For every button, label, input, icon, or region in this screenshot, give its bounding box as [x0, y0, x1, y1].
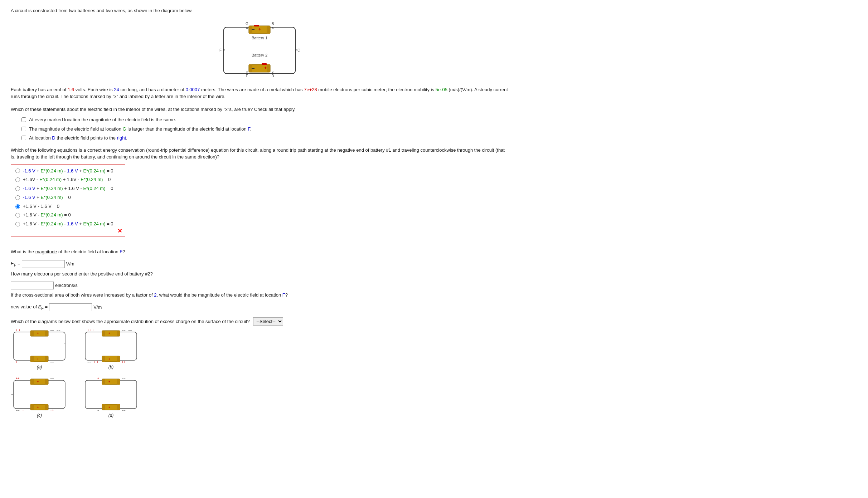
svg-text:−: − — [97, 409, 99, 411]
svg-rect-32 — [45, 356, 48, 362]
q2-option3: -1.6 V + E*(0.24 m) + 1.6 V - E*(0.24 m)… — [15, 185, 121, 192]
diagram-d: + + + −− − −− (d) — [82, 377, 140, 411]
svg-text:G: G — [246, 22, 248, 26]
svg-rect-61 — [30, 379, 34, 385]
diagram-a: + + + + −− −− + −− + − (a) — [11, 329, 68, 363]
q1-option1-label: At every marked location the magnitude o… — [29, 116, 176, 123]
q3-electrons-question: How many electrons per second enter the … — [11, 270, 508, 278]
mobility-value: 5e-05 — [436, 87, 447, 92]
diagram-row1: + + + + −− −− + −− + − (a) — [11, 329, 508, 363]
q2-option2-label: +1.6V - E*(0.24 m) + 1.6V - E*(0.24 m) =… — [23, 176, 111, 184]
mobile-electrons: 7e+28 — [304, 87, 317, 92]
q2-option1: -1.6 V + E*(0.24 m) - 1.6 V + E*(0.24 m)… — [15, 167, 121, 175]
q1-checkbox1[interactable] — [21, 117, 26, 122]
svg-text:+: + — [16, 360, 18, 363]
q1-checkbox3[interactable] — [21, 136, 26, 140]
svg-rect-27 — [30, 331, 34, 336]
svg-text:F: F — [219, 48, 222, 52]
svg-rect-45 — [117, 331, 120, 336]
q2-radio-group: -1.6 V + E*(0.24 m) - 1.6 V + E*(0.24 m)… — [11, 164, 125, 237]
diagram-c: + + ++ −− −− ++ + − (c) — [11, 377, 68, 411]
svg-text:×: × — [246, 26, 248, 30]
question2-block: Which of the following equations is a co… — [11, 147, 508, 244]
svg-text:−−: −− — [50, 377, 54, 380]
svg-text:+: + — [22, 409, 24, 411]
svg-text:+: + — [37, 332, 39, 335]
svg-rect-28 — [45, 331, 48, 336]
q1-option1: At every marked location the magnitude o… — [21, 116, 508, 123]
q2-radio4[interactable] — [15, 195, 20, 200]
diagram-row2: + + ++ −− −− ++ + − (c) + — [11, 377, 508, 411]
q2-option4: -1.6 V + E*(0.24 m) = 0 — [15, 194, 121, 201]
electrons-unit: electrons/s — [55, 281, 78, 290]
svg-text:+: + — [16, 329, 18, 332]
q2-radio3[interactable] — [15, 186, 20, 191]
svg-text:+: + — [37, 357, 39, 361]
circuit-diagram-container: + Battery 1 Battery 2 + G × B × F × C × — [11, 21, 508, 80]
ef-answer-row: EF = V/m — [11, 259, 508, 269]
svg-text:+: + — [94, 360, 96, 363]
svg-text:+: + — [37, 380, 39, 384]
svg-text:++: ++ — [16, 377, 20, 380]
battery2-label: Battery 2 — [252, 53, 267, 57]
q2-option3-label: -1.6 V + E*(0.24 m) + 1.6 V - E*(0.24 m)… — [23, 185, 113, 192]
svg-text:+: + — [108, 380, 110, 384]
q2-radio1[interactable] — [15, 169, 20, 173]
q2-option2: +1.6V - E*(0.24 m) + 1.6V - E*(0.24 m) =… — [15, 176, 121, 184]
ef-input[interactable] — [22, 260, 65, 268]
q2-radio5[interactable] — [15, 204, 20, 209]
question1-block: Which of these statements about the elec… — [11, 106, 508, 142]
svg-rect-2 — [254, 25, 259, 26]
svg-text:×: × — [295, 48, 297, 52]
new-ef-label: new value of EF = — [11, 302, 48, 312]
electrons-answer-row: electrons/s — [11, 281, 508, 290]
intro-text: A circuit is constructed from two batter… — [11, 7, 508, 14]
svg-rect-65 — [30, 404, 34, 410]
svg-rect-66 — [45, 404, 48, 410]
svg-text:E: E — [246, 74, 248, 78]
svg-rect-44 — [102, 331, 105, 336]
svg-text:D: D — [271, 74, 274, 78]
svg-text:++: ++ — [90, 329, 94, 332]
svg-text:−−: −− — [16, 409, 20, 411]
svg-text:+: + — [108, 357, 110, 361]
q2-radio6[interactable] — [15, 213, 20, 218]
q1-option2: The magnitude of the electric field at l… — [21, 126, 508, 133]
q2-option5: +1.6 V - 1.6 V = 0 — [15, 203, 121, 210]
q1-options: At every marked location the magnitude o… — [21, 116, 508, 142]
q2-radio2[interactable] — [15, 177, 20, 182]
question4-block: Which of the diagrams below best shows t… — [11, 317, 508, 411]
q1-option3: At location D the electric field points … — [21, 135, 508, 142]
svg-text:−: − — [64, 341, 66, 345]
electrons-input[interactable] — [11, 282, 54, 289]
q3-new-ef-question: If the cross-sectional area of both wire… — [11, 292, 508, 299]
svg-text:−−: −− — [87, 360, 91, 363]
q4-select[interactable]: --Select-- (a) (b) (c) (d) — [253, 317, 283, 326]
svg-text:−−: −− — [57, 329, 60, 332]
new-ef-unit: V/m — [93, 303, 102, 312]
q2-radio7[interactable] — [15, 222, 20, 226]
new-ef-input[interactable] — [49, 303, 92, 311]
svg-rect-49 — [117, 356, 120, 362]
q2-option5-label: +1.6 V - 1.6 V = 0 — [23, 203, 59, 210]
red-x-mark: ✕ — [117, 228, 122, 234]
svg-text:C: C — [297, 48, 300, 52]
svg-text:−−: −− — [50, 360, 54, 363]
svg-text:−−: −− — [128, 329, 132, 332]
diagram-d-label: (d) — [108, 413, 114, 418]
svg-text:+: + — [108, 332, 110, 335]
svg-rect-76 — [102, 379, 105, 385]
svg-rect-8 — [262, 63, 267, 65]
q2-option1-label: -1.6 V + E*(0.24 m) - 1.6 V + E*(0.24 m)… — [23, 167, 113, 175]
q1-option2-label: The magnitude of the electric field at l… — [29, 126, 251, 133]
svg-text:++: ++ — [122, 360, 126, 363]
svg-rect-80 — [102, 404, 105, 410]
q3-ef-question: What is the magnitude of the electric fi… — [11, 248, 508, 255]
q2-option7: +1.6 V - E*(0.24 m) - 1.6 V + E*(0.24 m)… — [15, 220, 121, 228]
diagram-b-label: (b) — [108, 365, 114, 370]
svg-rect-10 — [267, 64, 270, 72]
q2-option6: +1.6 V - E*(0.24 m) = 0 — [15, 211, 121, 219]
circuit-diagram: + Battery 1 Battery 2 + G × B × F × C × — [213, 21, 306, 80]
ef-label: EF = — [11, 259, 20, 269]
q1-checkbox2[interactable] — [21, 127, 26, 131]
